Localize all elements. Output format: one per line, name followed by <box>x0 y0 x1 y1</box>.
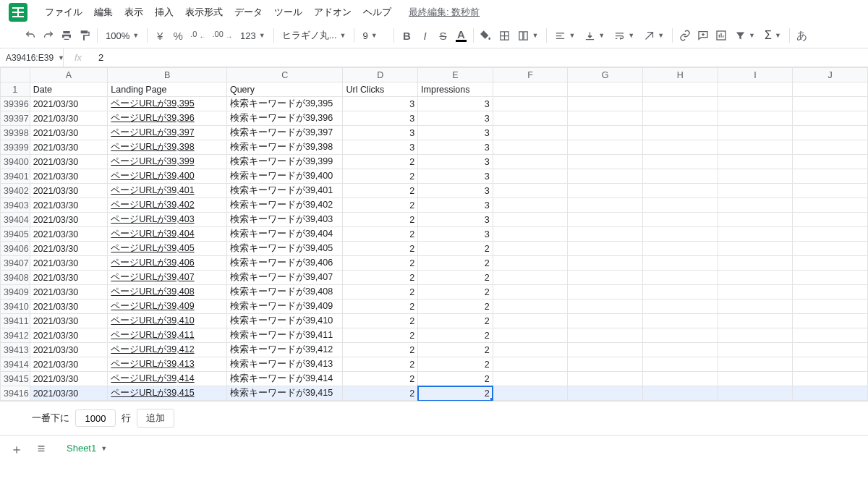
cell[interactable] <box>643 184 718 198</box>
landing-page-link[interactable]: ページURLが39,405 <box>111 243 194 253</box>
menu-挿入[interactable]: 挿入 <box>149 3 179 22</box>
cell[interactable]: ページURLが39,401 <box>108 184 227 198</box>
landing-page-link[interactable]: ページURLが39,397 <box>111 127 194 137</box>
cell[interactable] <box>643 198 718 213</box>
cell[interactable]: 2021/03/30 <box>30 343 108 357</box>
cell[interactable]: 2021/03/30 <box>30 357 108 372</box>
cell[interactable] <box>568 314 643 328</box>
cell[interactable]: 3 <box>418 213 493 227</box>
cell[interactable] <box>718 271 793 285</box>
cell[interactable] <box>493 198 568 213</box>
undo-button[interactable] <box>22 26 39 45</box>
cell[interactable] <box>793 314 868 328</box>
cell[interactable] <box>568 111 643 126</box>
cell[interactable]: 3 <box>418 97 493 111</box>
cell[interactable] <box>793 227 868 242</box>
row-header[interactable]: 39397 <box>1 111 30 126</box>
cell[interactable]: 2021/03/30 <box>30 242 108 256</box>
menu-表示[interactable]: 表示 <box>119 3 149 22</box>
row-header[interactable]: 39399 <box>1 140 30 155</box>
cell[interactable]: 検索キーワードが39,412 <box>226 343 343 357</box>
landing-page-link[interactable]: ページURLが39,395 <box>111 98 194 109</box>
row-header[interactable]: 39412 <box>1 328 30 343</box>
cell[interactable] <box>568 184 643 198</box>
cell[interactable] <box>493 256 568 271</box>
rotate-button[interactable]: ▼ <box>639 26 668 45</box>
cell[interactable] <box>793 242 868 256</box>
cell[interactable]: ページURLが39,406 <box>108 256 227 271</box>
cell[interactable]: 2 <box>418 357 493 372</box>
cell[interactable] <box>793 372 868 386</box>
bold-button[interactable]: B <box>398 26 415 45</box>
col-header[interactable]: A <box>30 68 108 82</box>
cell[interactable] <box>793 82 868 97</box>
cell[interactable] <box>568 343 643 357</box>
print-button[interactable] <box>58 26 75 45</box>
cell[interactable]: 3 <box>418 140 493 155</box>
cell[interactable]: 3 <box>343 111 418 126</box>
row-header[interactable]: 39411 <box>1 314 30 328</box>
landing-page-link[interactable]: ページURLが39,407 <box>111 272 194 282</box>
link-button[interactable] <box>676 26 694 45</box>
cell[interactable]: ページURLが39,404 <box>108 227 227 242</box>
row-header[interactable]: 39408 <box>1 271 30 285</box>
valign-button[interactable]: ▼ <box>580 26 609 45</box>
cell[interactable] <box>493 300 568 314</box>
cell[interactable]: 検索キーワードが39,410 <box>226 314 343 328</box>
col-header[interactable]: H <box>643 68 718 82</box>
cell[interactable]: 2 <box>343 328 418 343</box>
cell[interactable] <box>718 169 793 184</box>
chart-button[interactable] <box>712 26 730 45</box>
row-header[interactable]: 39401 <box>1 169 30 184</box>
cell[interactable] <box>568 169 643 184</box>
landing-page-link[interactable]: ページURLが39,409 <box>111 301 194 311</box>
cell[interactable] <box>718 300 793 314</box>
zoom-select[interactable]: 100%▼ <box>101 26 143 45</box>
cell[interactable] <box>793 169 868 184</box>
cell[interactable] <box>493 242 568 256</box>
increase-decimal-button[interactable]: .00 → <box>210 26 236 45</box>
cell[interactable] <box>493 386 568 401</box>
cell[interactable]: 2 <box>418 314 493 328</box>
fontsize-select[interactable]: 9▼ <box>358 26 390 45</box>
cell[interactable] <box>643 169 718 184</box>
cell[interactable]: 2 <box>343 155 418 169</box>
cell[interactable] <box>643 242 718 256</box>
halign-button[interactable]: ▼ <box>550 26 579 45</box>
menu-ツール[interactable]: ツール <box>268 3 308 22</box>
merge-cells-button[interactable]: ▼ <box>514 26 542 45</box>
col-header[interactable]: B <box>108 68 227 82</box>
cell[interactable]: 2021/03/30 <box>30 314 108 328</box>
cell[interactable] <box>493 140 568 155</box>
cell[interactable] <box>793 155 868 169</box>
addrows-count-input[interactable] <box>75 409 116 427</box>
col-header[interactable]: F <box>493 68 568 82</box>
wrap-button[interactable]: ▼ <box>610 26 639 45</box>
cell[interactable] <box>568 97 643 111</box>
cell[interactable] <box>643 155 718 169</box>
paint-format-button[interactable] <box>76 26 93 45</box>
cell[interactable]: Url Clicks <box>343 82 418 97</box>
cell[interactable]: 検索キーワードが39,401 <box>226 184 343 198</box>
cell[interactable] <box>718 97 793 111</box>
cell[interactable] <box>568 256 643 271</box>
cell[interactable] <box>568 372 643 386</box>
cell[interactable]: ページURLが39,412 <box>108 343 227 357</box>
cell[interactable]: ページURLが39,395 <box>108 97 227 111</box>
cell[interactable]: 2 <box>418 256 493 271</box>
landing-page-link[interactable]: ページURLが39,408 <box>111 286 194 297</box>
cell[interactable]: 3 <box>343 126 418 140</box>
text-color-button[interactable]: A <box>452 26 469 45</box>
menu-ファイル[interactable]: ファイル <box>39 3 88 22</box>
cell[interactable]: 検索キーワードが39,414 <box>226 372 343 386</box>
cell[interactable] <box>493 328 568 343</box>
cell[interactable]: 2021/03/30 <box>30 169 108 184</box>
row-header[interactable]: 39406 <box>1 242 30 256</box>
cell[interactable] <box>793 111 868 126</box>
cell[interactable]: ページURLが39,410 <box>108 314 227 328</box>
cell[interactable]: 2 <box>343 300 418 314</box>
cell[interactable] <box>718 82 793 97</box>
cell[interactable] <box>793 386 868 401</box>
cell[interactable] <box>643 343 718 357</box>
row-header[interactable]: 39404 <box>1 213 30 227</box>
